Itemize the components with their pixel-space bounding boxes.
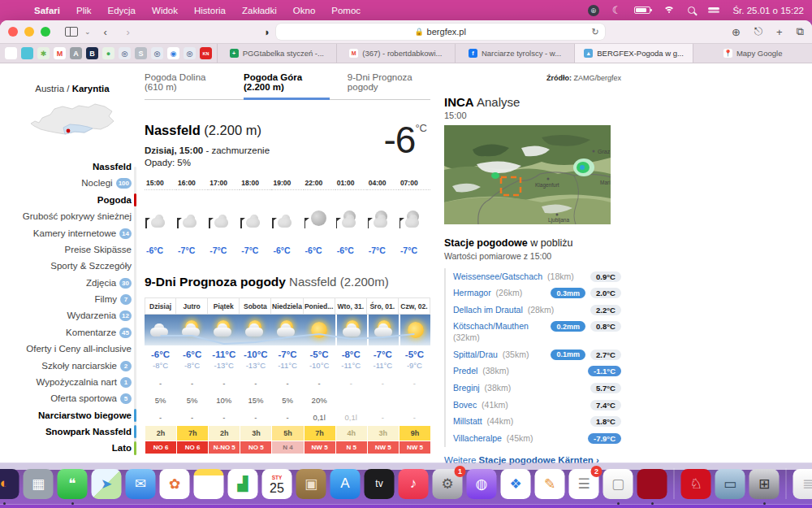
- favorite-icon-b-app[interactable]: B: [86, 47, 98, 59]
- station-row[interactable]: Hermagor (26km)0.3mm2.0°C: [453, 285, 621, 302]
- station-row[interactable]: Spittal/Drau (35km)0.1mm2.7°C: [453, 346, 621, 363]
- station-row[interactable]: Millstatt (44km)1.8°C: [453, 414, 621, 431]
- menu-item-zakładki[interactable]: Zakładki: [234, 6, 285, 15]
- battery-icon[interactable]: [634, 7, 650, 14]
- dock-icon-podcasts[interactable]: ◍: [467, 469, 497, 499]
- privacy-shield-icon[interactable]: ◑: [263, 26, 270, 38]
- menu-item-plik[interactable]: Plik: [68, 6, 100, 15]
- dock-icon-bank-pekao[interactable]: ♘: [681, 469, 711, 499]
- wifi-icon[interactable]: [663, 7, 675, 15]
- favorite-icon-kn-app[interactable]: KN: [200, 47, 212, 59]
- dock-icon-mail[interactable]: ✉: [126, 469, 156, 499]
- sidebar-item-sporty-szczeg-y[interactable]: Sporty & Szczegóły: [0, 258, 132, 274]
- favorite-icon-o-app-3[interactable]: ◎: [184, 47, 196, 59]
- dock-icon-settings[interactable]: ⚙1: [433, 469, 463, 499]
- station-link[interactable]: Weissensee/Gatschach: [453, 271, 542, 281]
- station-link[interactable]: Bovec: [453, 400, 477, 410]
- favorite-icon-o-app-2[interactable]: ◎: [151, 47, 163, 59]
- station-row[interactable]: Bovec (41km)7.4°C: [453, 397, 621, 414]
- station-row[interactable]: Dellach im Drautal (28km)2.2°C: [453, 302, 621, 319]
- forecast-table[interactable]: DzisiajJutroPiątekSobotaNiedzielaPonied.…: [145, 297, 430, 454]
- sidebar-item-lato[interactable]: Lato: [0, 440, 132, 456]
- menu-item-pomoc[interactable]: Pomoc: [323, 6, 369, 15]
- sidebar-item-pogoda[interactable]: Pogoda: [0, 192, 132, 208]
- station-link[interactable]: Spittal/Drau: [453, 350, 498, 359]
- dock-icon-app-store[interactable]: A: [330, 469, 361, 499]
- sidebar-item-snowpark-nassfeld[interactable]: Snowpark Nassfeld: [0, 423, 132, 440]
- sidebar-item-preise-skip-sse[interactable]: Preise Skipässe: [0, 241, 132, 258]
- new-tab-button[interactable]: +: [776, 26, 783, 38]
- dock-icon-acrobat[interactable]: [637, 469, 667, 499]
- favorite-icon-android[interactable]: ✱: [37, 47, 50, 59]
- austria-map[interactable]: [28, 102, 117, 152]
- chevron-down-icon[interactable]: ⌄: [84, 28, 91, 36]
- browser-tab[interactable]: M(367) - robertdabkowi...: [336, 44, 456, 63]
- sidebar-item-oferta-sportowa[interactable]: Oferta sportowa5: [0, 390, 132, 406]
- sidebar-item-noclegi[interactable]: Noclegi100: [0, 175, 132, 191]
- station-row[interactable]: Weissensee/Gatschach (18km)0.9°C: [453, 268, 621, 285]
- station-link[interactable]: Kötschach/Mauthen: [453, 321, 529, 331]
- station-row[interactable]: Breginj (38km)5.7°C: [453, 380, 621, 397]
- dock-icon-keynote[interactable]: ❖: [501, 469, 531, 499]
- url-field[interactable]: 🔒 bergfex.pl ↻: [276, 24, 605, 40]
- sidebar-item-komentarze[interactable]: Komentarze45: [0, 324, 132, 341]
- dock-icon-photos[interactable]: ✿: [160, 469, 190, 499]
- browser-tab[interactable]: +PGGtabelka styczeń -...: [217, 44, 336, 63]
- minimize-window-button[interactable]: [24, 27, 34, 37]
- control-center-icon[interactable]: [708, 7, 719, 14]
- station-row[interactable]: Villacheralpe (45km)-7.9°C: [453, 430, 621, 447]
- dock-icon-calculator[interactable]: ⊞: [749, 469, 780, 499]
- sidebar-item-szko-y-narciarskie[interactable]: Szkoły narciarskie2: [0, 358, 132, 374]
- sidebar-item-grubo-pokrywy-nie-nej[interactable]: Grubość pokrywy śnieżnej: [0, 208, 132, 224]
- dock-icon-calendar[interactable]: STY25: [262, 469, 292, 499]
- dock-icon-stocks[interactable]: ▟: [228, 469, 258, 499]
- browser-tab[interactable]: ▲BERGFEX-Pogoda w g...: [574, 44, 693, 63]
- dock-icon-apple-tv[interactable]: tv: [365, 469, 395, 499]
- station-link[interactable]: Millstatt: [453, 416, 482, 426]
- weather-tab[interactable]: 9-Dni Prognoza pogody: [348, 72, 430, 100]
- menu-item-safari[interactable]: Safari: [26, 6, 68, 15]
- sidebar-item-zdj-cia[interactable]: Zdjęcia30: [0, 275, 132, 291]
- favorite-icon-green-app[interactable]: ●: [102, 47, 114, 59]
- back-button[interactable]: ‹: [97, 26, 114, 38]
- dock-icon-contacts[interactable]: ▣: [296, 469, 326, 499]
- tab-overview-button[interactable]: ⧉: [797, 25, 804, 38]
- dock-icon-messages[interactable]: ❝: [58, 469, 88, 499]
- station-link[interactable]: Villacheralpe: [453, 433, 502, 443]
- sidebar-item-filmy[interactable]: Filmy7: [0, 291, 132, 307]
- sidebar-item-wydarzenia[interactable]: Wydarzenia12: [0, 307, 132, 323]
- close-window-button[interactable]: [8, 27, 18, 37]
- menu-item-okno[interactable]: Okno: [285, 6, 324, 15]
- dock-icon-downloads-stack[interactable]: ≣: [793, 469, 812, 499]
- favorite-icon-a-app[interactable]: A: [70, 47, 82, 59]
- favorite-icon-apple[interactable]: [5, 47, 17, 59]
- sidebar-item-narciarstwo-biegowe[interactable]: Narciarstwo biegowe: [0, 407, 132, 423]
- dock-icon-music[interactable]: ♪: [399, 469, 429, 499]
- dock-icon-reminders[interactable]: ☰2: [569, 469, 599, 499]
- inca-map[interactable]: Graz Klagenfurt Ljubljana Mari: [444, 125, 611, 224]
- sidebar-item-kamery-internetowe[interactable]: Kamery internetowe14: [0, 225, 132, 241]
- menu-item-widok[interactable]: Widok: [144, 6, 186, 15]
- forward-button[interactable]: ›: [120, 26, 136, 38]
- sidebar-item-nassfeld[interactable]: Nassfeld: [0, 158, 132, 175]
- favorite-icon-teal-app[interactable]: [21, 47, 33, 59]
- station-link[interactable]: Breginj: [453, 383, 480, 393]
- favorite-icon-gmail[interactable]: M: [54, 47, 66, 59]
- browser-tab[interactable]: fNarciarze tyrolscy - w...: [455, 44, 574, 63]
- reload-icon[interactable]: ↻: [591, 27, 598, 37]
- browser-status-icon[interactable]: ⊕: [588, 5, 599, 16]
- focus-moon-icon[interactable]: ☾: [612, 4, 622, 16]
- station-row[interactable]: Kötschach/Mauthen (32km)0.2mm0.8°C: [453, 319, 621, 346]
- menu-item-historia[interactable]: Historia: [186, 6, 234, 15]
- favorite-icon-blue-app[interactable]: ◉: [167, 47, 179, 59]
- dock-icon-notes[interactable]: [194, 469, 224, 499]
- dock-icon-firefox[interactable]: ◐: [0, 469, 19, 499]
- breadcrumb[interactable]: Austria / Karyntia: [0, 84, 145, 93]
- station-link[interactable]: Dellach im Drautal: [453, 305, 523, 315]
- station-row[interactable]: Predel (38km)-1.1°C: [453, 363, 621, 380]
- menu-item-edycja[interactable]: Edycja: [100, 6, 145, 15]
- station-link[interactable]: Predel: [453, 366, 477, 376]
- sidebar-toggle-button[interactable]: [65, 27, 78, 37]
- menubar-clock[interactable]: Śr. 25.01 o 15:22: [732, 6, 804, 15]
- zoom-window-button[interactable]: [41, 27, 50, 37]
